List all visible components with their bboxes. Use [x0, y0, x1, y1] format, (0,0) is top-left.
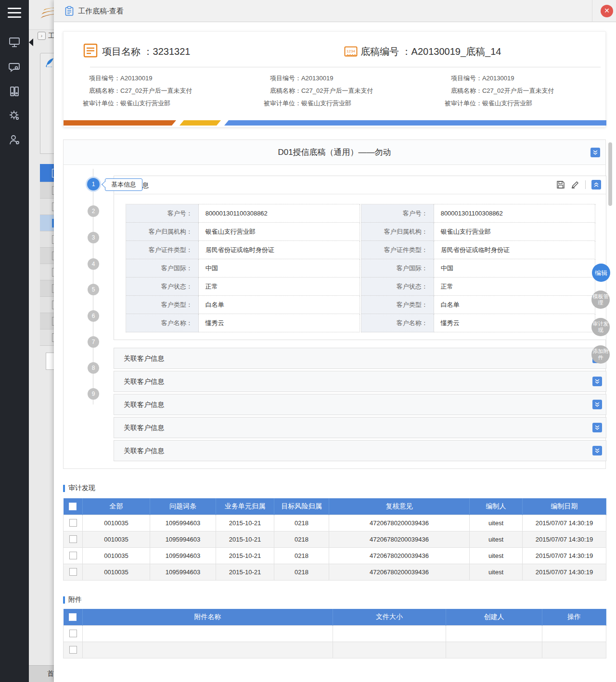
column-header[interactable]: 文件大小 [333, 609, 446, 625]
background-tab[interactable] [40, 53, 54, 154]
row-checkbox[interactable] [69, 568, 77, 576]
field-value: 银雀山支行营业部 [199, 223, 360, 241]
table-row[interactable] [64, 642, 606, 658]
field-label: 客户证件类型： [126, 241, 199, 259]
list-item[interactable] [40, 297, 54, 313]
collapse-panel-button[interactable] [591, 180, 601, 189]
table-row[interactable]: 001003510959946032015-10-210218472067802… [64, 515, 606, 531]
template-manage-float-button[interactable]: 模板管理 [591, 290, 610, 309]
field-label: 客户号： [126, 204, 199, 223]
add-attachment-float-button[interactable]: 添加附件 [591, 345, 610, 364]
list-item[interactable] [40, 313, 54, 329]
table-row[interactable]: 001003510959946032015-10-210218472067802… [64, 564, 606, 580]
column-header[interactable]: 全部 [83, 498, 150, 515]
list-item[interactable] [40, 329, 54, 346]
column-header[interactable]: 目标风险归属 [274, 498, 329, 515]
breadcrumb-expand-icon[interactable]: › [38, 32, 46, 40]
info-label: 被审计单位： [244, 99, 301, 107]
field-label: 客户国际： [126, 259, 199, 278]
breadcrumb: 工 [48, 32, 54, 40]
gear-tool-icon[interactable] [0, 104, 29, 127]
field-value: 800001301100308862 [434, 204, 595, 223]
column-header[interactable]: 操作 [542, 609, 606, 625]
select-all-checkbox[interactable] [69, 503, 77, 510]
column-header[interactable]: 编制人 [470, 498, 523, 515]
expand-panel-button[interactable] [592, 377, 602, 386]
draft-number-value: A20130019_底稿_14 [411, 46, 501, 57]
step-1[interactable]: 1 [87, 178, 100, 190]
table-row[interactable]: 001003510959946032015-10-210218472067802… [64, 547, 606, 564]
d01-form-title: D01授信底稿（通用）——勿动 [64, 140, 605, 165]
num-icon-digits: 1234 [346, 49, 355, 53]
row-checkbox[interactable] [69, 552, 77, 559]
column-header[interactable]: 复核意见 [329, 498, 470, 515]
related-customer-panel[interactable]: 关联客户信息 [114, 417, 606, 438]
related-customer-panel[interactable]: 关联客户信息 [114, 394, 606, 415]
info-column: 项目编号：A20130019 底稿名称：C27_02开户后一直未支付 被审计单位… [244, 74, 425, 112]
save-icon[interactable] [556, 180, 565, 189]
list-item[interactable] [40, 182, 54, 199]
related-customer-panel[interactable]: 关联客户信息 [114, 348, 606, 369]
step-2[interactable]: 2 [88, 205, 99, 217]
titlebar-divider [592, 0, 592, 22]
step-6[interactable]: 6 [88, 310, 99, 322]
step-4[interactable]: 4 [88, 258, 99, 270]
row-checkbox[interactable] [69, 519, 77, 527]
table-row[interactable] [64, 625, 606, 642]
audit-findings-float-button[interactable]: 审计发现 [591, 318, 610, 336]
dialog-titlebar: 工作底稿-查看 ✕ [54, 0, 616, 22]
field-value: 懂秀云 [199, 314, 360, 332]
user-gear-icon[interactable] [0, 128, 29, 152]
draft-header-card: 项目名称 ：3231321 1234 底稿编号 ：A20130019_底稿_14… [63, 31, 606, 127]
table-header-row: 全部 问题词条 业务单元归属 目标风险归属 复核意见 编制人 编制日期 [64, 498, 606, 515]
related-customer-panel[interactable]: 关联客户信息 [114, 371, 606, 392]
step-3[interactable]: 3 [88, 232, 99, 243]
info-column: 项目编号：A20130019 底稿名称：C27_02开户后一直未支付 被审计单位… [425, 74, 606, 112]
info-label: 底稿名称： [64, 87, 120, 95]
column-header[interactable]: 附件名称 [83, 609, 333, 625]
edit-float-button[interactable]: 编辑 [592, 264, 610, 282]
list-item[interactable] [40, 164, 54, 182]
related-customer-panel[interactable]: 关联客户信息 [114, 440, 606, 461]
step-5[interactable]: 5 [88, 284, 99, 295]
table-row[interactable]: 001003510959946032015-10-210218472067802… [64, 531, 606, 547]
column-header[interactable]: 创建人 [446, 609, 542, 625]
step-9[interactable]: 9 [88, 388, 99, 400]
background-partial-button[interactable] [46, 353, 54, 370]
close-button[interactable]: ✕ [601, 5, 613, 17]
column-header[interactable]: 问题词条 [150, 498, 216, 515]
monitor-icon[interactable] [0, 31, 29, 54]
step-8[interactable]: 8 [88, 362, 99, 374]
library-icon[interactable] [0, 80, 29, 103]
chat-tool-icon[interactable] [0, 56, 29, 79]
expand-panel-button[interactable] [592, 423, 602, 432]
row-checkbox[interactable] [69, 646, 77, 654]
app-logo [39, 4, 54, 23]
list-item[interactable] [40, 264, 54, 280]
edit-pencil-icon[interactable] [571, 180, 579, 189]
list-item[interactable] [40, 231, 54, 248]
list-item[interactable] [40, 248, 54, 264]
column-header[interactable]: 业务单元归属 [216, 498, 274, 515]
list-item[interactable]: ✓ [40, 215, 54, 231]
info-label: 底稿名称： [425, 87, 482, 95]
list-item[interactable] [40, 199, 54, 215]
collapse-all-button[interactable] [590, 148, 600, 157]
step-7[interactable]: 7 [88, 336, 99, 348]
field-label: 客户归属机构： [126, 223, 199, 241]
tricolor-stripe [64, 120, 606, 126]
select-all-checkbox[interactable] [69, 613, 77, 621]
field-label: 客户状态： [361, 278, 434, 296]
list-item[interactable] [40, 280, 54, 297]
column-header[interactable]: 编制日期 [523, 498, 606, 515]
expand-panel-button[interactable] [592, 400, 602, 409]
expand-panel-button[interactable] [592, 446, 602, 455]
scrollbar-thumb[interactable] [608, 142, 612, 206]
hamburger-menu-icon[interactable] [8, 8, 21, 18]
field-label: 客户类型： [126, 296, 199, 314]
info-value: A20130019 [301, 74, 334, 82]
row-checkbox[interactable] [69, 630, 77, 637]
header-divider [90, 67, 601, 67]
row-checkbox[interactable] [69, 535, 77, 543]
info-label: 底稿名称： [244, 87, 301, 95]
